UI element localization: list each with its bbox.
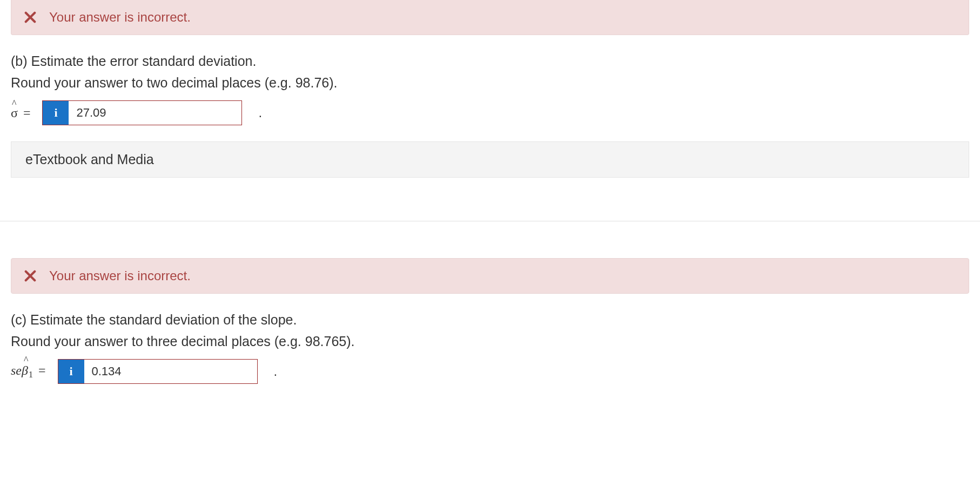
error-text-c: Your answer is incorrect. bbox=[49, 268, 191, 283]
beta-symbol: β bbox=[22, 363, 28, 378]
error-banner-c: Your answer is incorrect. bbox=[11, 258, 969, 294]
sigma-input[interactable] bbox=[69, 101, 241, 125]
subscript-1: 1 bbox=[29, 370, 33, 379]
question-c-prompt-1: (c) Estimate the standard deviation of t… bbox=[11, 310, 969, 330]
x-icon bbox=[24, 270, 36, 282]
question-b-prompt-1: (b) Estimate the error standard deviatio… bbox=[11, 51, 969, 72]
question-b-prompt-2: Round your answer to two decimal places … bbox=[11, 73, 969, 93]
question-c-prompt-2: Round your answer to three decimal place… bbox=[11, 332, 969, 352]
input-group-b: i bbox=[42, 100, 242, 125]
info-icon[interactable]: i bbox=[43, 101, 69, 125]
se-symbol: se bbox=[11, 363, 22, 377]
question-c: (c) Estimate the standard deviation of t… bbox=[0, 310, 980, 384]
se-beta-input[interactable] bbox=[84, 360, 257, 383]
answer-row-c: seβ1 = i . bbox=[11, 359, 969, 384]
error-banner-b: Your answer is incorrect. bbox=[11, 0, 969, 35]
se-beta-hat-label: seβ1 = bbox=[11, 363, 52, 380]
answer-row-b: σ = i . bbox=[11, 100, 969, 125]
sigma-symbol: σ bbox=[11, 106, 18, 120]
question-b: (b) Estimate the error standard deviatio… bbox=[0, 51, 980, 125]
info-icon[interactable]: i bbox=[58, 360, 84, 383]
period-b: . bbox=[258, 105, 262, 120]
equals-sign-b: = bbox=[23, 106, 31, 120]
x-icon bbox=[24, 11, 36, 23]
sigma-hat-label: σ = bbox=[11, 106, 37, 120]
etextbook-media-button[interactable]: eTextbook and Media bbox=[11, 141, 969, 178]
equals-sign-c: = bbox=[38, 363, 46, 377]
page-container: Your answer is incorrect. (b) Estimate t… bbox=[0, 0, 980, 384]
period-c: . bbox=[274, 364, 278, 379]
input-group-c: i bbox=[58, 359, 258, 384]
section-gap bbox=[0, 221, 980, 258]
error-text-b: Your answer is incorrect. bbox=[49, 10, 191, 25]
